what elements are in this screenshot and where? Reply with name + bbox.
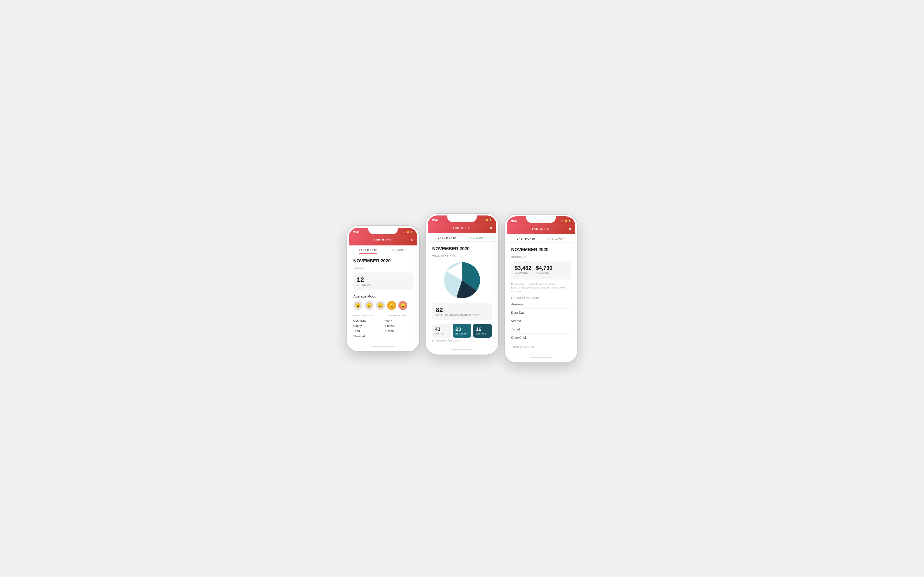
regrets-number: 23 xyxy=(456,326,469,332)
app-title-2: INSIGHTS xyxy=(453,226,470,230)
app-title-3: INSIGHTS xyxy=(532,227,549,230)
tag-item-1: Optimistic xyxy=(353,319,381,322)
spending-card: $3,462 OUTGOING $4,730 INCOMING xyxy=(511,261,571,279)
pie-chart xyxy=(444,262,480,298)
tab-this-month[interactable]: THIS MONTH xyxy=(383,245,413,253)
home-bar-3 xyxy=(530,357,552,358)
status-icons-3: ▪▪▪ 📶 🔋 xyxy=(561,219,571,222)
vendor-item-1: Amazon xyxy=(511,300,571,309)
home-bar xyxy=(372,346,394,347)
app-header-3: INSIGHTS × xyxy=(507,224,575,234)
mood-section: Average Mood 😟 😐 😐 😊 😄 xyxy=(353,294,413,310)
signal-icon: ▪▪▪ xyxy=(403,231,405,233)
tabs-2: LAST MONTH THIS MONTH xyxy=(428,233,496,242)
status-time: 9:41 xyxy=(353,230,360,234)
tag-item-4: Stressed xyxy=(353,334,381,338)
frequent-vendors-label: FREQUENT VENDORS xyxy=(432,339,492,342)
wifi-icon: 📶 xyxy=(407,231,409,233)
outgoing-amount: $3,462 xyxy=(515,265,531,271)
happening-item-3: Health xyxy=(385,329,413,333)
month-title-3: NOVEMBER 2020 xyxy=(511,247,571,252)
app-header-2: INSIGHTS × xyxy=(428,223,496,233)
vendor-item-2: Door Dash xyxy=(511,309,571,317)
stats-card: 82 TOTAL REVIEWED TRANSACTIONS xyxy=(432,303,492,320)
journal-card: 12 CHECK-INS xyxy=(353,272,413,290)
wifi-icon-2: 📶 xyxy=(485,219,488,221)
tab-last-month-3[interactable]: LAST MONTH xyxy=(511,234,541,242)
close-button-2[interactable]: × xyxy=(490,226,492,230)
incoming-amount: $4,730 xyxy=(536,265,552,271)
checkin-label: CHECK-INS xyxy=(357,284,409,286)
spending-amounts: $3,462 OUTGOING $4,730 INCOMING xyxy=(515,265,567,274)
battery-icon-2: 🔋 xyxy=(489,219,492,221)
skipped-number: 16 xyxy=(476,326,489,332)
signal-icon-3: ▪▪▪ xyxy=(561,219,564,222)
happening-item-2: Friends xyxy=(385,324,413,327)
top-happenings: TOP HAPPENINGS Work Friends Health xyxy=(385,314,413,340)
spending-note: So you know: Rounded to nearest dollar.D… xyxy=(511,282,571,293)
skipped-label: SKIPPED xyxy=(476,333,489,335)
content-area-3: NOVEMBER 2020 SPENDING $3,462 OUTGOING $… xyxy=(507,243,575,355)
mood-face-5: 😄 xyxy=(398,301,407,310)
regrets-label: REGRETS xyxy=(456,333,469,335)
home-indicator-3 xyxy=(507,355,575,361)
tab-this-month-2[interactable]: THIS MONTH xyxy=(462,233,492,242)
month-title: NOVEMBER 2020 xyxy=(353,258,413,263)
app-header: INSIGHTS × xyxy=(349,235,417,245)
tab-last-month-2[interactable]: LAST MONTH xyxy=(432,233,462,242)
total-reviewed-label: TOTAL REVIEWED TRANSACTIONS xyxy=(436,314,488,316)
vendor-item-5: QuickChek xyxy=(511,334,571,342)
top-happenings-header: TOP HAPPENINGS xyxy=(385,314,413,317)
content-area-2: NOVEMBER 2020 TRANSACTIONS 82 TOTAL REVI… xyxy=(428,242,496,347)
app-title: INSIGHTS xyxy=(374,239,392,242)
phone-notch xyxy=(368,228,398,234)
phone-spending: 9:41 ▪▪▪ 📶 🔋 INSIGHTS × LAST MONTH THIS … xyxy=(505,214,577,363)
month-title-2: NOVEMBER 2020 xyxy=(432,246,492,251)
content-area: NOVEMBER 2020 JOURNAL 12 CHECK-INS Avera… xyxy=(349,254,417,344)
status-time-3: 9:41 xyxy=(511,219,517,223)
close-button[interactable]: × xyxy=(411,238,413,243)
status-icons-2: ▪▪▪ 📶 🔋 xyxy=(482,219,492,221)
frequent-tags-header: FREQUENT TAGS xyxy=(353,314,381,317)
frequent-tags: FREQUENT TAGS Optimistic Happy Tired Str… xyxy=(353,314,381,340)
section-label-journal: JOURNAL xyxy=(353,267,413,270)
mood-face-4: 😊 xyxy=(387,301,396,310)
tag-item-3: Tired xyxy=(353,329,381,333)
vendor-item-4: Target xyxy=(511,325,571,334)
regrets-card: 23 REGRETS xyxy=(453,324,472,338)
mood-face-3: 😐 xyxy=(376,301,385,310)
close-button-3[interactable]: × xyxy=(569,227,571,232)
tags-happenings: FREQUENT TAGS Optimistic Happy Tired Str… xyxy=(353,314,413,340)
phone-journal: 9:41 ▪▪▪ 📶 🔋 INSIGHTS × LAST MONTH THIS … xyxy=(347,226,419,351)
status-time-2: 9:41 xyxy=(432,218,439,222)
tabs: LAST MONTH THIS MONTH xyxy=(349,245,417,254)
outgoing-label: OUTGOING xyxy=(515,272,531,274)
worth-it-label: WORTH IT xyxy=(435,333,448,335)
incoming-section: $4,730 INCOMING xyxy=(536,265,552,274)
status-icons: ▪▪▪ 📶 🔋 xyxy=(403,231,413,233)
tab-last-month[interactable]: LAST MONTH xyxy=(353,245,383,253)
vendors-section: FREQUENT VENDORS Amazon Door Dash Venmo … xyxy=(511,297,571,342)
breakdown-row: 43 WORTH IT 23 REGRETS 16 SKIPPED xyxy=(432,324,492,338)
battery-icon: 🔋 xyxy=(410,231,413,233)
total-reviewed-number: 82 xyxy=(436,306,488,314)
signal-icon-2: ▪▪▪ xyxy=(482,219,485,221)
pie-chart-container xyxy=(432,262,492,298)
worth-it-card: 43 WORTH IT xyxy=(432,324,451,338)
happening-item-1: Work xyxy=(385,319,413,322)
frequent-vendors-header-3: FREQUENT VENDORS xyxy=(511,297,571,299)
incoming-label: INCOMING xyxy=(536,272,552,274)
transactions-section-bottom: TRANSACTIONS xyxy=(511,345,571,348)
outgoing-section: $3,462 OUTGOING xyxy=(515,265,531,274)
home-bar-2 xyxy=(451,349,473,350)
skipped-card: 16 SKIPPED xyxy=(473,324,492,338)
home-indicator xyxy=(349,344,417,350)
wifi-icon-3: 📶 xyxy=(564,219,567,222)
phones-container: 9:41 ▪▪▪ 📶 🔋 INSIGHTS × LAST MONTH THIS … xyxy=(347,214,577,363)
transactions-section-label: TRANSACTIONS xyxy=(511,345,571,348)
tab-this-month-3[interactable]: THIS MONTH xyxy=(541,234,571,242)
battery-icon-3: 🔋 xyxy=(568,219,571,222)
tag-item-2: Happy xyxy=(353,324,381,327)
phone-transactions: 9:41 ▪▪▪ 📶 🔋 INSIGHTS × LAST MONTH THIS … xyxy=(426,214,498,355)
home-indicator-2 xyxy=(428,347,496,353)
